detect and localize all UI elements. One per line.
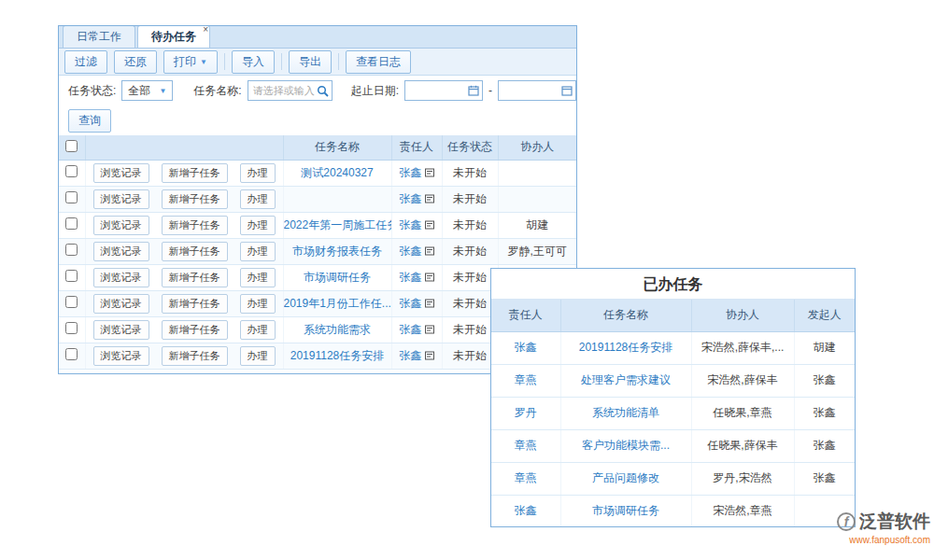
add-subtask-button[interactable]: 新增子任务 [162,242,228,261]
task-name-link[interactable]: 市场调研任务 [592,504,659,517]
tab-close-icon[interactable]: × [203,25,208,35]
handle-button[interactable]: 办理 [240,320,276,340]
task-name-link[interactable]: 市场调研任务 [304,271,371,284]
col-owner: 责任人 [391,135,442,160]
tab-pending-tasks[interactable]: 待办任务 × [137,25,210,48]
owner-link[interactable]: 罗丹 [515,406,537,419]
row-checkbox[interactable] [65,348,78,360]
owner-link[interactable]: 张鑫 [400,244,422,259]
task-name-link[interactable]: 处理客户需求建议 [581,373,671,386]
owner-link[interactable]: 章燕 [515,471,537,484]
task-name-link[interactable]: 测试20240327 [301,166,373,179]
task-name-link[interactable]: 市场财务报表任务 [292,245,382,258]
search-icon[interactable] [317,85,329,97]
table-row: 浏览记录新增子任务办理测试20240327张鑫未开始 [59,160,576,186]
owner-link[interactable]: 张鑫 [400,270,422,286]
row-checkbox[interactable] [65,296,78,308]
add-subtask-button[interactable]: 新增子任务 [162,163,228,183]
done-tasks-table: 责任人 任务名称 协办人 发起人 张鑫20191128任务安排宋浩然,薛保丰,.… [491,300,855,527]
export-button[interactable]: 导出 [289,50,332,74]
col-status: 任务状态 [442,135,498,160]
chevron-down-icon: ▼ [200,58,207,66]
browse-record-button[interactable]: 浏览记录 [93,163,149,183]
owner-link[interactable]: 章燕 [515,439,537,452]
task-name-input[interactable] [253,85,317,96]
task-name-link[interactable]: 系统功能清单 [592,406,659,419]
add-subtask-button[interactable]: 新增子任务 [162,189,228,209]
handle-button[interactable]: 办理 [240,189,276,209]
owner-link[interactable]: 张鑫 [400,322,422,338]
contact-card-icon [425,273,434,282]
table-header-row: 责任人 任务名称 协办人 发起人 [491,300,855,331]
actions-column-header [85,135,283,160]
table-row: 浏览记录新增子任务办理2022年第一周施工任务张鑫未开始胡建 [59,212,576,238]
initiator-text: 胡建 [814,341,836,354]
calendar-icon[interactable] [468,85,479,96]
task-status-select[interactable]: 全部 ▼ [121,80,173,101]
handle-button[interactable]: 办理 [240,216,276,235]
tab-daily-work[interactable]: 日常工作 [63,25,135,48]
task-name-link[interactable]: 客户功能模块需... [582,439,670,452]
browse-record-button[interactable]: 浏览记录 [93,346,149,366]
browse-record-button[interactable]: 浏览记录 [93,189,149,209]
tab-pending-tasks-label: 待办任务 [151,30,196,43]
collaborators-text: 宋浩然,薛保丰 [707,373,777,386]
row-checkbox[interactable] [65,217,78,230]
query-button[interactable]: 查询 [68,109,111,133]
owner-link[interactable]: 张鑫 [400,217,422,233]
end-date-input[interactable] [503,84,558,98]
browse-record-button[interactable]: 浏览记录 [93,242,149,261]
browse-record-button[interactable]: 浏览记录 [93,216,149,235]
done-panel-title: 已办任务 [491,269,855,300]
toolbar-divider [281,53,282,70]
view-log-button[interactable]: 查看日志 [346,50,411,74]
owner-link[interactable]: 张鑫 [515,341,537,354]
task-name-link[interactable]: 20191128任务安排 [579,341,673,354]
print-button[interactable]: 打印 ▼ [163,50,218,74]
owner-link[interactable]: 章燕 [515,373,537,386]
status-text: 未开始 [453,349,487,362]
owner-link[interactable]: 张鑫 [400,191,422,207]
owner-link[interactable]: 张鑫 [400,348,422,364]
handle-button[interactable]: 办理 [240,294,276,314]
contact-card-icon [425,220,434,230]
row-checkbox[interactable] [65,244,78,256]
filter-button[interactable]: 过滤 [64,50,107,74]
add-subtask-button[interactable]: 新增子任务 [162,346,228,366]
browse-record-button[interactable]: 浏览记录 [93,320,149,340]
status-text: 未开始 [453,297,487,310]
owner-link[interactable]: 张鑫 [400,165,422,181]
collaborators-text: 宋浩然,章燕 [713,504,771,517]
restore-button[interactable]: 还原 [114,50,157,74]
calendar-icon[interactable] [561,85,573,96]
task-name-link[interactable]: 产品问题修改 [592,471,659,484]
owner-link[interactable]: 张鑫 [400,296,422,312]
handle-button[interactable]: 办理 [240,242,276,261]
add-subtask-button[interactable]: 新增子任务 [162,294,228,314]
handle-button[interactable]: 办理 [240,163,276,183]
browse-record-button[interactable]: 浏览记录 [93,268,149,287]
start-date-input[interactable] [410,84,464,98]
add-subtask-button[interactable]: 新增子任务 [162,268,228,287]
add-subtask-button[interactable]: 新增子任务 [162,320,228,340]
contact-card-icon [425,168,434,177]
task-name-link[interactable]: 20191128任务安排 [290,349,385,362]
col-task-name: 任务名称 [283,135,391,160]
add-subtask-button[interactable]: 新增子任务 [162,216,228,235]
handle-button[interactable]: 办理 [240,346,276,366]
collaborators-text: 任晓果,章燕 [713,406,771,419]
row-checkbox[interactable] [65,270,78,282]
task-name-link[interactable]: 系统功能需求 [304,323,371,336]
browse-record-button[interactable]: 浏览记录 [93,294,149,314]
task-status-value: 全部 [128,83,150,99]
handle-button[interactable]: 办理 [240,268,276,287]
task-name-link[interactable]: 2019年1月份工作任... [284,297,391,310]
row-checkbox[interactable] [65,191,78,203]
row-checkbox[interactable] [65,165,78,177]
task-name-link[interactable]: 2022年第一周施工任务 [284,218,392,231]
select-all-checkbox[interactable] [65,140,78,152]
status-text: 未开始 [453,271,487,284]
import-button[interactable]: 导入 [232,50,275,74]
owner-link[interactable]: 张鑫 [515,504,537,517]
row-checkbox[interactable] [65,322,78,334]
